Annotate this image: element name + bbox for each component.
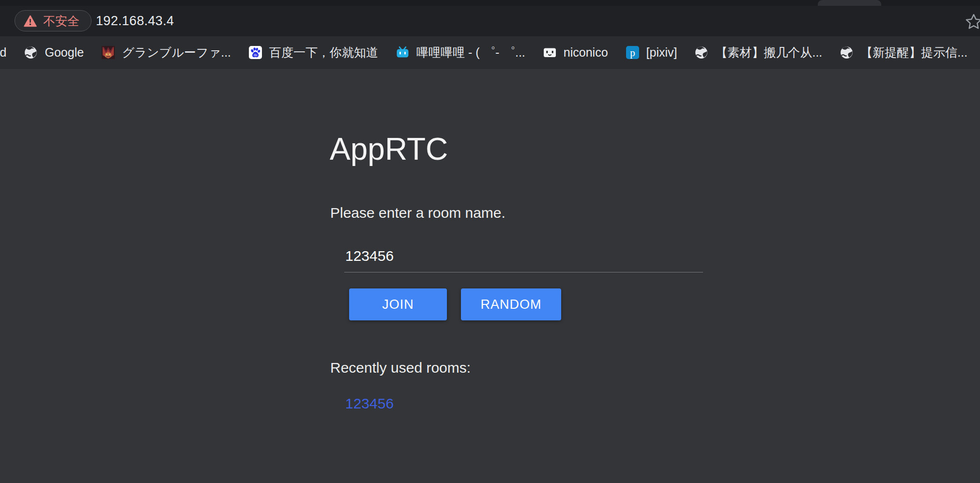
bookmark-label: 【新提醒】提示信... — [860, 45, 967, 60]
room-prompt: Please enter a room name. — [330, 205, 505, 221]
bookmark-item[interactable]: グランブルーファ... — [102, 45, 231, 60]
tab-gap — [818, 0, 881, 6]
bookmark-label: [pixiv] — [646, 45, 677, 60]
bookmarks-bar: id Google グランブルーファ... — [0, 36, 980, 69]
bookmark-star-icon[interactable] — [965, 13, 980, 31]
tab-strip — [0, 0, 980, 6]
globe-favicon-icon — [695, 46, 708, 59]
bookmark-item[interactable]: id — [0, 45, 6, 60]
bookmark-item[interactable]: 【素材】搬几个从... — [695, 45, 822, 60]
svg-text:p: p — [630, 46, 635, 58]
bookmark-label: niconico — [564, 45, 608, 60]
join-button[interactable]: JOIN — [349, 288, 447, 320]
bookmark-label: グランブルーファ... — [122, 45, 231, 60]
room-name-input[interactable] — [344, 248, 703, 272]
warning-icon — [24, 15, 37, 28]
bookmark-item[interactable]: Google — [24, 45, 84, 60]
page-content: AppRTC Please enter a room name. JOIN RA… — [0, 69, 980, 483]
globe-favicon-icon — [24, 46, 37, 59]
bookmark-item[interactable]: niconico — [543, 45, 608, 60]
bookmark-item[interactable]: 嗶哩嗶哩 - ( ゜- ゜... — [396, 45, 525, 60]
bookmark-item[interactable]: du 百度一下，你就知道 — [249, 45, 378, 60]
address-bar-url[interactable]: 192.168.43.4 — [96, 14, 174, 29]
browser-toolbar: 不安全 192.168.43.4 — [0, 6, 980, 36]
bilibili-favicon-icon — [396, 46, 409, 59]
random-button[interactable]: RANDOM — [461, 288, 561, 320]
bookmark-item[interactable]: 【新提醒】提示信... — [840, 45, 967, 60]
niconico-favicon-icon — [543, 46, 556, 59]
bookmark-label: Google — [45, 45, 84, 60]
bookmark-label: 【素材】搬几个从... — [715, 45, 822, 60]
bookmark-label: 嗶哩嗶哩 - ( ゜- ゜... — [416, 45, 525, 60]
bookmark-item[interactable]: p [pixiv] — [626, 45, 677, 60]
svg-text:du: du — [254, 53, 258, 56]
globe-favicon-icon — [840, 46, 853, 59]
bookmark-label: id — [0, 45, 6, 60]
page-title: AppRTC — [330, 134, 448, 165]
baidu-favicon-icon: du — [249, 46, 262, 59]
pixiv-favicon-icon: p — [626, 46, 639, 59]
recent-rooms-heading: Recently used rooms: — [330, 360, 471, 376]
security-badge-label: 不安全 — [43, 15, 79, 27]
bookmark-label: 百度一下，你就知道 — [269, 45, 378, 60]
security-badge[interactable]: 不安全 — [15, 10, 92, 31]
recent-room-link[interactable]: 123456 — [345, 395, 394, 412]
granblue-favicon-icon — [102, 46, 115, 59]
